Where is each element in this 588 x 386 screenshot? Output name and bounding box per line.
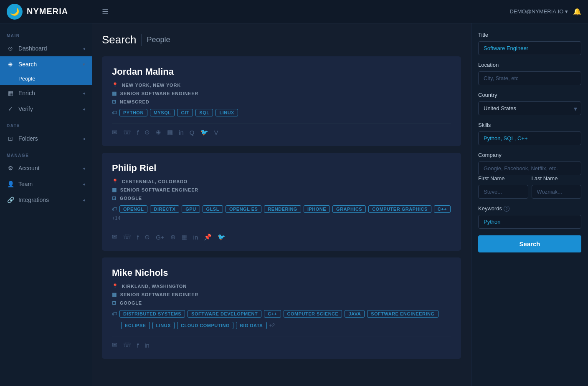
person-title: ▦ SENIOR SOFTWARE ENGINEER (112, 187, 451, 193)
xing-icon[interactable]: ▦ (182, 233, 188, 241)
sidebar-section-data: DATA (0, 117, 92, 131)
filter-keywords-input[interactable] (478, 215, 581, 229)
filter-country-wrapper: United States Canada United Kingdom Germ… (478, 101, 581, 115)
linkedin-icon[interactable]: in (193, 234, 198, 241)
keywords-help-icon[interactable]: ? (504, 206, 509, 212)
enrich-icon: ▦ (7, 89, 14, 97)
location-icon: 📍 (112, 283, 119, 289)
sidebar-label-enrich: Enrich (18, 90, 35, 96)
filter-location-input[interactable] (478, 71, 581, 85)
person-title: ▦ SENIOR SOFTWARE ENGINEER (112, 292, 451, 298)
skill-tag: DISTRIBUTED SYSTEMS (119, 310, 185, 318)
skills-icon: 🏷 (112, 110, 117, 116)
company-icon: ⊡ (112, 99, 117, 105)
filter-company-input[interactable] (478, 161, 581, 175)
filter-skills-input[interactable] (478, 131, 581, 145)
sidebar-label-verify: Verify (18, 106, 33, 112)
sidebar-label-account: Account (18, 165, 40, 172)
phone-icon[interactable]: ☏ (123, 233, 131, 241)
sidebar-item-integrations[interactable]: 🔗 Integrations ◂ (0, 192, 92, 208)
person-company: ⊡ GOOGLE (112, 300, 451, 306)
folders-icon: ⊡ (7, 135, 14, 142)
location-icon: 📍 (112, 82, 119, 88)
linkedin-icon[interactable]: in (179, 129, 184, 136)
twitter-icon[interactable]: 🐦 (200, 129, 208, 136)
person-location: 📍 KIRKLAND, WASHINGTON (112, 283, 451, 289)
hamburger-icon[interactable]: ☰ (99, 4, 112, 20)
user-email[interactable]: DEMO@NYMERIA.IO (510, 8, 568, 15)
gravatar-icon[interactable]: ⊕ (156, 129, 161, 136)
person-name[interactable]: Mike Nichols (112, 267, 451, 278)
app-body: MAIN ⊙ Dashboard ◂ ⊕ Search ▾ People ▦ E… (0, 23, 588, 386)
topbar-left: 🌙 NYMERIA ☰ (0, 4, 112, 20)
verify-icon: ✓ (7, 105, 14, 113)
result-card-philip-riel: Philip Riel 📍 CENTENNIAL, COLORADO ▦ SEN… (102, 153, 461, 251)
vimeo-icon[interactable]: V (214, 129, 218, 136)
person-name[interactable]: Jordan Malina (112, 66, 451, 77)
skill-tag: IPHONE (304, 205, 330, 213)
sidebar-item-enrich[interactable]: ▦ Enrich ◂ (0, 85, 92, 101)
sidebar-item-verify[interactable]: ✓ Verify ◂ (0, 101, 92, 117)
xing-icon[interactable]: ▦ (167, 129, 173, 136)
page-subtitle: People (147, 35, 170, 44)
sidebar-section-main: MAIN (0, 27, 92, 40)
facebook-icon[interactable]: f (137, 129, 139, 136)
linkedin-icon[interactable]: in (144, 342, 150, 349)
filter-country-select[interactable]: United States Canada United Kingdom Germ… (478, 101, 581, 115)
twitter-icon[interactable]: 🐦 (218, 233, 226, 241)
email-icon[interactable]: ✉ (112, 341, 117, 349)
filter-lastname-input[interactable] (532, 185, 582, 199)
page-divider (141, 34, 142, 46)
filter-location-label: Location (478, 62, 581, 68)
sidebar-item-folders[interactable]: ⊡ Folders ◂ (0, 131, 92, 146)
skill-tag: JAVA (345, 310, 365, 318)
skills-row-2: ECLIPSE LINUX CLOUD COMPUTING BIG DATA +… (121, 322, 451, 329)
filter-firstname-input[interactable] (478, 185, 528, 199)
sidebar-item-account[interactable]: ⚙ Account ◂ (0, 160, 92, 176)
facebook-icon[interactable]: f (137, 342, 139, 349)
phone-icon[interactable]: ☏ (123, 341, 131, 349)
pinterest-icon[interactable]: 📌 (204, 233, 212, 241)
email-icon[interactable]: ✉ (112, 129, 117, 136)
facebook-icon[interactable]: f (137, 234, 139, 241)
bell-icon[interactable]: 🔔 (573, 8, 581, 15)
skill-tag: LINUX (152, 322, 175, 329)
person-location: 📍 CENTENNIAL, COLORADO (112, 179, 451, 184)
phone-icon[interactable]: ☏ (123, 129, 131, 136)
gravatar-icon[interactable]: ⊕ (170, 233, 176, 241)
skill-tag: GIT (177, 109, 193, 116)
sidebar-label-dashboard: Dashboard (18, 45, 47, 52)
dashboard-caret: ◂ (83, 46, 85, 51)
skill-tag: GPU (182, 205, 200, 213)
filter-company-label: Company (478, 152, 581, 158)
skill-tag: PYTHON (119, 109, 147, 116)
card-footer: ✉ ☏ f ⊙ G+ ⊕ ▦ in 📌 🐦 (112, 228, 451, 241)
keywords-label: Keywords ? (478, 205, 581, 212)
sidebar-people-label: People (18, 76, 35, 82)
filter-title-input[interactable] (478, 41, 581, 55)
sidebar-item-dashboard[interactable]: ⊙ Dashboard ◂ (0, 40, 92, 56)
skill-tag: COMPUTER SCIENCE (284, 310, 342, 318)
skill-tag: DIRECTX (150, 205, 179, 213)
github-icon[interactable]: ⊙ (144, 129, 150, 136)
sidebar-item-team[interactable]: 👤 Team ◂ (0, 176, 92, 192)
sidebar-subitem-people[interactable]: People (0, 72, 92, 85)
google-plus-icon[interactable]: G+ (156, 234, 164, 241)
main-content: Search People Jordan Malina 📍 NEW YORK, … (92, 23, 471, 386)
skill-tag: GRAPHICS (332, 205, 366, 213)
skill-tag: SOFTWARE ENGINEERING (367, 310, 438, 318)
search-icon: ⊕ (7, 61, 14, 68)
team-icon: 👤 (7, 180, 14, 188)
sidebar-item-search[interactable]: ⊕ Search ▾ (0, 56, 92, 72)
skill-tag: C++ (264, 310, 281, 318)
person-name[interactable]: Philip Riel (112, 163, 451, 174)
title-icon: ▦ (112, 292, 117, 298)
email-icon[interactable]: ✉ (112, 233, 117, 241)
skill-tag: OPENGL ES (226, 205, 261, 213)
more-skills: +14 (112, 215, 120, 221)
search-button[interactable]: Search (478, 235, 581, 252)
filter-title-label: Title (478, 32, 581, 38)
sidebar-label-folders: Folders (18, 135, 38, 142)
github-icon[interactable]: ⊙ (144, 233, 150, 241)
quora-icon[interactable]: Q (190, 129, 195, 136)
